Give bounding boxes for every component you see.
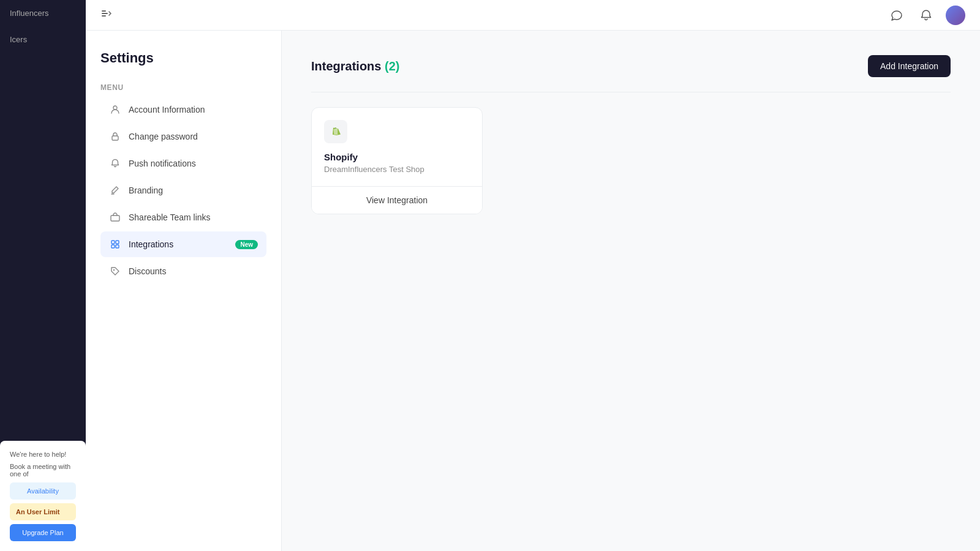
lock-icon — [109, 130, 121, 143]
menu-item-integrations[interactable]: Integrations New — [100, 231, 266, 257]
integration-card-body: Shopify DreamInfluencers Test Shop — [312, 108, 482, 186]
menu-item-shareable[interactable]: Shareable Team links — [100, 204, 266, 230]
svg-point-10 — [113, 269, 115, 271]
grid-icon — [109, 238, 121, 250]
menu-item-shareable-label: Shareable Team links — [129, 212, 211, 222]
svg-rect-2 — [102, 15, 106, 17]
availability-button[interactable]: Availability — [10, 482, 76, 500]
menu-item-password-label: Change password — [129, 132, 198, 141]
integrations-header: Integrations (2) Add Integration — [311, 55, 951, 77]
menu-item-notifications-label: Push notifications — [129, 159, 196, 168]
integrations-count: (2) — [385, 59, 399, 73]
left-sidebar: Influencers Icers We're here to help! Bo… — [0, 0, 86, 551]
menu-item-password[interactable]: Change password — [100, 124, 266, 149]
add-integration-button[interactable]: Add Integration — [868, 55, 951, 77]
collapse-icon[interactable] — [100, 7, 113, 23]
svg-rect-8 — [111, 245, 115, 248]
svg-rect-1 — [102, 13, 108, 14]
svg-rect-9 — [116, 245, 119, 248]
settings-main: Integrations (2) Add Integration — [282, 31, 980, 551]
integrations-new-badge: New — [235, 240, 258, 249]
integration-subtitle: DreamInfluencers Test Shop — [324, 165, 470, 174]
sidebar-helper-panel: We're here to help! Book a meeting with … — [0, 441, 86, 551]
svg-rect-7 — [116, 241, 119, 244]
sidebar-item-influencers[interactable]: Influencers — [0, 0, 86, 26]
svg-rect-6 — [111, 241, 115, 244]
menu-item-account[interactable]: Account Information — [100, 97, 266, 122]
menu-item-discounts-label: Discounts — [129, 266, 166, 276]
brush-icon — [109, 184, 121, 197]
menu-label: Menu — [100, 83, 266, 92]
sidebar-item-icers[interactable]: Icers — [0, 26, 86, 53]
bell-icon-button[interactable] — [916, 6, 936, 25]
chat-icon-button[interactable] — [887, 6, 907, 25]
menu-item-branding[interactable]: Branding — [100, 178, 266, 203]
helper-subtitle: Book a meeting with one of — [10, 463, 76, 478]
menu-item-discounts[interactable]: Discounts — [100, 258, 266, 284]
share-icon — [109, 211, 121, 223]
menu-item-account-label: Account Information — [129, 105, 205, 114]
integrations-divider — [311, 92, 951, 92]
shopify-integration-card: Shopify DreamInfluencers Test Shop View … — [311, 107, 483, 214]
view-integration-button[interactable]: View Integration — [312, 187, 482, 214]
settings-title: Settings — [100, 50, 266, 66]
topbar — [86, 0, 980, 31]
integrations-title-group: Integrations (2) — [311, 59, 399, 73]
main-wrapper: Settings Menu Account Information — [86, 0, 980, 551]
page-content: Settings Menu Account Information — [86, 31, 980, 551]
settings-sidebar: Settings Menu Account Information — [86, 31, 282, 551]
bell-small-icon — [109, 157, 121, 170]
svg-rect-0 — [102, 10, 106, 12]
avatar[interactable] — [946, 6, 965, 25]
svg-rect-5 — [111, 216, 119, 221]
svg-rect-4 — [112, 136, 118, 140]
helper-title: We're here to help! — [10, 451, 76, 458]
topbar-left — [100, 7, 113, 23]
integrations-title: Integrations (2) — [311, 59, 399, 73]
upgrade-plan-button[interactable]: Upgrade Plan — [10, 524, 76, 541]
tag-icon — [109, 265, 121, 277]
menu-item-branding-label: Branding — [129, 186, 163, 195]
limit-badge: An User Limit — [10, 503, 76, 520]
shopify-logo — [324, 120, 347, 143]
svg-point-3 — [113, 106, 117, 110]
menu-item-integrations-label: Integrations — [129, 239, 173, 249]
integration-name: Shopify — [324, 152, 470, 162]
person-icon — [109, 103, 121, 116]
topbar-right — [887, 6, 965, 25]
menu-item-notifications[interactable]: Push notifications — [100, 151, 266, 176]
integration-card-footer: View Integration — [312, 186, 482, 214]
